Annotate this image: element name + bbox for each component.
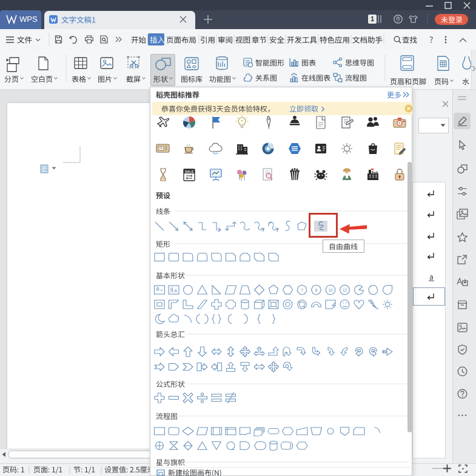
- svg-text:10: 10: [328, 288, 333, 292]
- svg-text:7: 7: [301, 288, 303, 292]
- svg-text:A: A: [174, 288, 178, 293]
- svg-text:12: 12: [343, 288, 347, 292]
- svg-text:A: A: [156, 286, 160, 291]
- svg-text:8: 8: [315, 288, 318, 292]
- svg-text:SALE: SALE: [185, 170, 194, 173]
